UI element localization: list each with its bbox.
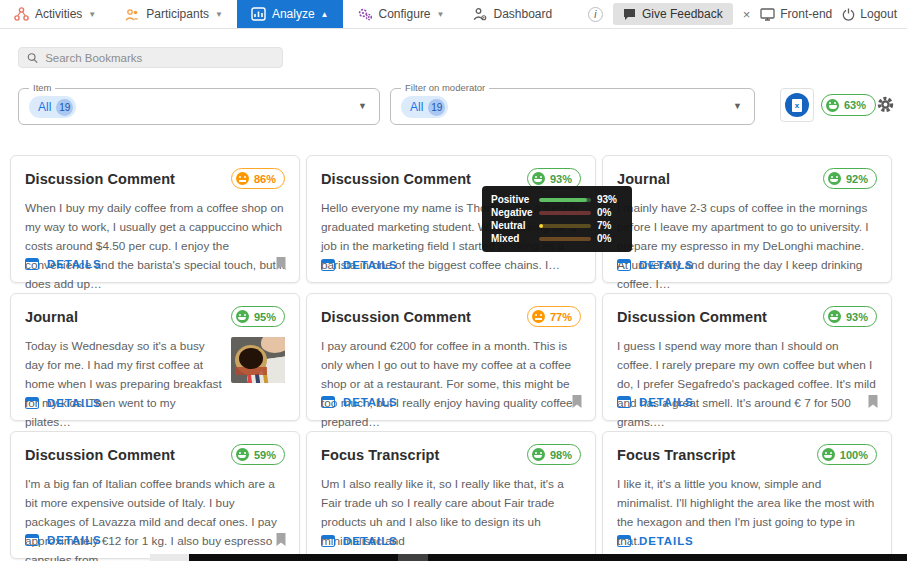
card-excerpt: I mainly have 2-3 cups of coffee in the … bbox=[617, 199, 877, 293]
analyze-icon bbox=[251, 7, 266, 21]
topbar-right-controls: i Give Feedback × Front-end bbox=[588, 0, 907, 28]
item-filter-count-badge: 19 bbox=[56, 99, 73, 116]
info-icon[interactable]: i bbox=[588, 7, 603, 22]
dropdown-arrow-icon[interactable]: ▼ bbox=[733, 101, 742, 111]
card-title: Discussion Comment bbox=[25, 447, 175, 463]
moderator-filter-select[interactable]: Filter on moderator All 19 ▼ bbox=[390, 88, 755, 125]
power-icon bbox=[842, 8, 855, 21]
sentiment-badge[interactable]: 59% bbox=[231, 444, 285, 465]
moderator-filter-chip[interactable]: All 19 bbox=[401, 96, 448, 118]
dropdown-arrow-icon[interactable]: ▼ bbox=[358, 101, 367, 111]
nav-activities[interactable]: Activities ▼ bbox=[0, 0, 110, 28]
chevron-down-icon: ▼ bbox=[88, 10, 96, 19]
card-excerpt: I'm a big fan of Italian coffee brands w… bbox=[25, 475, 285, 561]
settings-gear-icon[interactable] bbox=[877, 96, 894, 113]
sentiment-badge[interactable]: 95% bbox=[231, 306, 285, 327]
close-feedback-icon[interactable]: × bbox=[743, 7, 751, 22]
web-asset-icon bbox=[321, 259, 335, 271]
sentiment-badge[interactable]: 86% bbox=[231, 168, 285, 189]
search-input[interactable] bbox=[45, 52, 274, 64]
bookmarks-card-grid: Discussion Comment 86% When I buy my dai… bbox=[10, 155, 892, 559]
sentiment-score: 93% bbox=[550, 173, 572, 185]
configure-icon bbox=[357, 7, 373, 21]
moderator-filter-count-badge: 19 bbox=[428, 99, 445, 116]
logout-button[interactable]: Logout bbox=[842, 7, 897, 21]
details-button[interactable]: DETAILS bbox=[25, 397, 102, 409]
card-excerpt: When I buy my daily coffee from a coffee… bbox=[25, 199, 285, 293]
happy-face-icon bbox=[828, 310, 841, 323]
nav-analyze[interactable]: Analyze ▲ bbox=[237, 0, 343, 28]
card-excerpt: I guess I spend way more than I should o… bbox=[617, 337, 877, 431]
bookmark-icon[interactable] bbox=[867, 394, 879, 409]
front-end-button[interactable]: Front-end bbox=[760, 7, 832, 21]
nav-dashboard[interactable]: Dashboard bbox=[458, 0, 566, 28]
chevron-down-icon: ▼ bbox=[437, 10, 445, 19]
front-end-label: Front-end bbox=[780, 7, 832, 21]
journal-photo-thumbnail[interactable] bbox=[231, 337, 285, 383]
card-excerpt: I pay around €200 for coffee in a month.… bbox=[321, 337, 581, 431]
card-excerpt: Today is Wednesday so it's a busy day fo… bbox=[25, 337, 223, 431]
sentiment-badge[interactable]: 92% bbox=[823, 168, 877, 189]
item-filter-select[interactable]: Item All 19 ▼ bbox=[18, 88, 380, 125]
card-discussion-comment-3: Discussion Comment 77% I pay around €200… bbox=[306, 293, 596, 421]
sentiment-score: 92% bbox=[846, 173, 868, 185]
nav-configure[interactable]: Configure ▼ bbox=[343, 0, 459, 28]
item-filter-chip[interactable]: All 19 bbox=[29, 96, 76, 118]
details-button[interactable]: DETAILS bbox=[321, 259, 398, 271]
bookmark-icon[interactable] bbox=[275, 256, 287, 271]
mixed-bar bbox=[539, 237, 591, 241]
sentiment-badge[interactable]: 98% bbox=[527, 444, 581, 465]
happy-face-icon bbox=[236, 310, 249, 323]
analyze-page: Activities ▼ Participants ▼ Analyze bbox=[0, 0, 907, 561]
sentiment-score: 77% bbox=[550, 311, 572, 323]
card-title: Journal bbox=[617, 171, 670, 187]
web-asset-icon bbox=[321, 535, 335, 547]
horizontal-scrollbar[interactable] bbox=[150, 554, 907, 561]
item-filter-label: Item bbox=[29, 82, 55, 93]
card-discussion-comment-5: Discussion Comment 59% I'm a big fan of … bbox=[10, 431, 300, 559]
happy-face-icon bbox=[826, 99, 839, 112]
card-title: Discussion Comment bbox=[321, 309, 471, 325]
card-discussion-comment-4: Discussion Comment 93% I guess I spend w… bbox=[602, 293, 892, 421]
happy-face-icon bbox=[828, 172, 841, 185]
bookmark-icon[interactable] bbox=[275, 532, 287, 547]
details-button[interactable]: DETAILS bbox=[321, 535, 398, 547]
web-asset-icon bbox=[25, 397, 39, 409]
card-title: Focus Transcript bbox=[321, 447, 439, 463]
sentiment-score: 59% bbox=[254, 449, 276, 461]
top-navigation-bar: Activities ▼ Participants ▼ Analyze bbox=[0, 0, 907, 29]
chevron-up-icon: ▲ bbox=[321, 10, 329, 19]
logout-label: Logout bbox=[860, 7, 897, 21]
card-focus-transcript-1: Focus Transcript 98% Um I also really li… bbox=[306, 431, 596, 559]
tooltip-row-mixed: Mixed 0% bbox=[491, 232, 623, 245]
participants-icon bbox=[124, 8, 140, 21]
export-excel-button[interactable]: x bbox=[780, 88, 814, 122]
details-button[interactable]: DETAILS bbox=[617, 259, 694, 271]
web-asset-icon bbox=[25, 258, 39, 270]
nav-participants[interactable]: Participants ▼ bbox=[110, 0, 237, 28]
web-asset-icon bbox=[617, 259, 631, 271]
scrollbar-thumb[interactable] bbox=[398, 554, 428, 561]
moderator-filter-label: Filter on moderator bbox=[401, 82, 489, 93]
bookmark-icon[interactable] bbox=[571, 394, 583, 409]
web-asset-icon bbox=[321, 396, 335, 408]
details-button[interactable]: DETAILS bbox=[617, 396, 694, 408]
card-title: Discussion Comment bbox=[617, 309, 767, 325]
sentiment-badge[interactable]: 93% bbox=[823, 306, 877, 327]
web-asset-icon bbox=[617, 535, 631, 547]
details-button[interactable]: DETAILS bbox=[25, 534, 102, 546]
card-title: Focus Transcript bbox=[617, 447, 735, 463]
details-button[interactable]: DETAILS bbox=[617, 535, 694, 547]
sentiment-badge[interactable]: 77% bbox=[527, 306, 581, 327]
sentiment-score: 93% bbox=[846, 311, 868, 323]
search-bookmarks-box bbox=[18, 47, 283, 68]
tooltip-row-neutral: Neutral 7% bbox=[491, 219, 623, 232]
details-button[interactable]: DETAILS bbox=[25, 258, 102, 270]
overall-sentiment-badge[interactable]: 63% bbox=[821, 94, 876, 116]
monitor-icon bbox=[760, 8, 775, 21]
sentiment-badge[interactable]: 100% bbox=[817, 444, 877, 465]
neutral-bar bbox=[539, 224, 591, 228]
main-nav: Activities ▼ Participants ▼ Analyze bbox=[0, 0, 566, 28]
give-feedback-button[interactable]: Give Feedback bbox=[613, 3, 733, 25]
details-button[interactable]: DETAILS bbox=[321, 396, 398, 408]
